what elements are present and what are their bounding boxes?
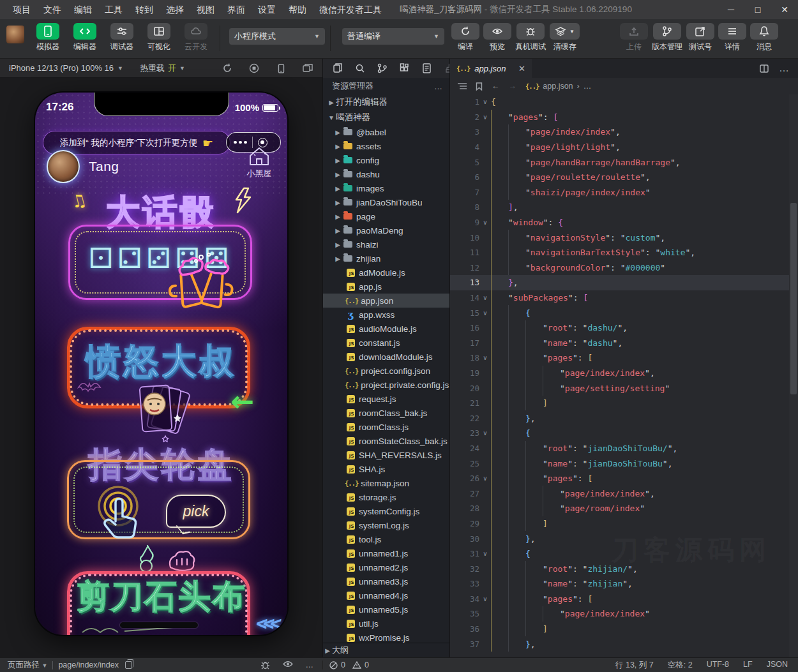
fold-chevron-icon[interactable]: ∨ [479, 475, 491, 482]
menu-2[interactable]: 文件 [37, 0, 68, 19]
tree-file-unnamed2.js[interactable]: JSunnamed2.js [323, 560, 449, 574]
bug-button[interactable]: 真机调试 [515, 23, 546, 52]
hot-reload-toggle[interactable]: 热重载 开 ▼ [140, 63, 185, 74]
tree-file-audioModule.js[interactable]: JSaudioModule.js [323, 322, 449, 336]
maximize-button[interactable]: □ [744, 0, 771, 19]
fold-chevron-icon[interactable]: ∨ [479, 294, 491, 301]
tree-folder-shaizi[interactable]: ▶shaizi [323, 237, 449, 251]
opened-editors-section[interactable]: ▶打开的编辑器 [323, 94, 449, 110]
tab-close-icon[interactable]: ✕ [518, 64, 525, 73]
menu-9[interactable]: 设置 [252, 0, 282, 19]
search-icon[interactable] [354, 63, 366, 74]
refresh-button[interactable]: 编译 [451, 23, 479, 52]
tree-folder-jianDaoShiTouBu[interactable]: ▶jianDaoShiTouBu [323, 195, 449, 209]
tree-folder-@babel[interactable]: ▶@babel [323, 125, 449, 139]
fold-chevron-icon[interactable]: ∨ [479, 98, 491, 105]
breadcrumb[interactable]: {..} app.json › … [525, 82, 591, 91]
encoding[interactable]: UTF-8 [707, 660, 729, 671]
tree-file-SHA.js[interactable]: JSSHA.js [323, 462, 449, 476]
multi-window-icon[interactable] [302, 63, 313, 74]
tree-file-unnamed5.js[interactable]: JSunnamed5.js [323, 602, 449, 616]
language-mode[interactable]: JSON [767, 660, 788, 671]
fold-chevron-icon[interactable]: ∨ [479, 114, 491, 121]
code-area[interactable]: 1∨{2∨"pages": [3"page/index/index",4"pag… [450, 94, 789, 657]
menu-7[interactable]: 视图 [190, 0, 221, 19]
explorer-more-button[interactable]: … [434, 82, 443, 91]
theme-icon[interactable] [444, 63, 450, 74]
tree-file-systemConfig.js[interactable]: JSsystemConfig.js [323, 504, 449, 518]
fold-chevron-icon[interactable]: ∨ [479, 595, 491, 602]
menu-11[interactable]: 微信开发者工具 [313, 0, 388, 19]
details-button[interactable]: 详情 [718, 23, 746, 52]
tree-file-sitemap.json[interactable]: {..}sitemap.json [323, 476, 449, 490]
phone-toggle-button[interactable]: 模拟器 [30, 23, 66, 52]
tree-file-roomClass_bak.js[interactable]: JSroomClass_bak.js [323, 406, 449, 420]
mode-select[interactable]: 小程序模式▼ [229, 28, 325, 45]
tree-file-unnamed3.js[interactable]: JSunnamed3.js [323, 574, 449, 588]
cloud-toggle-button[interactable]: 云开发 [178, 23, 214, 52]
tree-file-app.json[interactable]: {..}app.json [323, 294, 449, 308]
upload-button[interactable]: 上传 [620, 23, 648, 52]
fold-chevron-icon[interactable]: ∨ [479, 310, 491, 317]
tree-file-unnamed1.js[interactable]: JSunnamed1.js [323, 546, 449, 560]
sign-fennudashu[interactable]: 愤怒大叔 [35, 338, 287, 385]
tree-folder-config[interactable]: ▶config [323, 153, 449, 167]
eol[interactable]: LF [743, 660, 753, 671]
tree-file-roomClass.js[interactable]: JSroomClass.js [323, 420, 449, 434]
tree-file-unnamed4.js[interactable]: JSunnamed4.js [323, 588, 449, 602]
menu-10[interactable]: 帮助 [282, 0, 313, 19]
tree-file-util.js[interactable]: JSutil.js [323, 616, 449, 631]
sim-more-button[interactable]: … [306, 661, 314, 669]
nav-back-icon[interactable]: ← [492, 82, 500, 91]
code-toggle-button[interactable]: 编辑器 [67, 23, 103, 52]
menu-1[interactable]: 项目 [6, 0, 37, 19]
error-count[interactable]: 0 [341, 661, 345, 669]
tree-file-project.config.json[interactable]: {..}project.config.json [323, 364, 449, 378]
tree-folder-images[interactable]: ▶images [323, 181, 449, 195]
tab-app-json[interactable]: {..} app.json ✕ [450, 59, 532, 78]
tree-file-storage.js[interactable]: JSstorage.js [323, 490, 449, 504]
user-avatar[interactable] [6, 26, 24, 43]
extensions-icon[interactable] [399, 63, 410, 74]
bookmark-icon[interactable] [476, 82, 483, 91]
record-icon[interactable] [248, 63, 260, 74]
files-icon[interactable] [332, 63, 343, 74]
page-path-label[interactable]: 页面路径 ▼ [8, 660, 47, 671]
more-dots-icon[interactable] [234, 141, 247, 144]
bell-button[interactable]: 消息 [750, 23, 778, 52]
tree-file-constant.js[interactable]: JSconstant.js [323, 336, 449, 350]
menu-4[interactable]: 工具 [98, 0, 129, 19]
tree-file-SHA_REVERSALS.js[interactable]: JSSHA_REVERSALS.js [323, 448, 449, 462]
tree-folder-dashu[interactable]: ▶dashu [323, 167, 449, 181]
preview-eye-icon[interactable] [283, 661, 293, 669]
fold-chevron-icon[interactable]: ∨ [479, 219, 491, 226]
menu-3[interactable]: 编辑 [68, 0, 98, 19]
add-to-miniprogram-banner[interactable]: 添加到“ 我的小程序”下次打开更方便 ☛ [43, 131, 230, 154]
sliders-toggle-button[interactable]: 调试器 [104, 23, 140, 52]
menu-6[interactable]: 选择 [160, 0, 190, 19]
tree-file-roomStateClass_bak.js[interactable]: JSroomStateClass_bak.js [323, 434, 449, 448]
external-button[interactable]: 测试号 [686, 23, 714, 52]
refresh-icon[interactable] [222, 63, 233, 74]
fold-chevron-icon[interactable]: ∨ [479, 429, 491, 437]
tree-file-adModule.js[interactable]: JSadModule.js [323, 265, 449, 280]
project-root[interactable]: ▼喝酒神器 [323, 110, 449, 125]
sign-jiandaoshitoubu[interactable]: 剪刀石头布 [35, 575, 287, 619]
cursor-position[interactable]: 行 13, 列 7 [615, 660, 654, 671]
editor-more-button[interactable]: … [779, 63, 789, 74]
black-room-button[interactable]: 小黑屋 [239, 146, 280, 179]
eye-button[interactable]: 预览 [483, 23, 511, 52]
tree-file-project.private.config.js...[interactable]: {..}project.private.config.js... [323, 378, 449, 392]
tree-file-systemLog.js[interactable]: JSsystemLog.js [323, 518, 449, 532]
compile-mode-select[interactable]: 普通编译▼ [342, 28, 444, 45]
rotate-phone-icon[interactable] [275, 63, 287, 74]
menu-5[interactable]: 转到 [129, 0, 160, 19]
nav-forward-icon[interactable]: → [509, 82, 517, 91]
tree-file-downloadModule.js[interactable]: JSdownloadModule.js [323, 350, 449, 364]
vconsole-bug-icon[interactable] [260, 661, 270, 669]
minimize-button[interactable]: ─ [718, 0, 744, 19]
tree-file-tool.js[interactable]: JStool.js [323, 532, 449, 546]
scrollbar-thumb[interactable] [790, 203, 797, 394]
layers-button[interactable]: ▼清缓存 [550, 23, 580, 52]
fold-chevron-icon[interactable]: ∨ [479, 354, 491, 361]
